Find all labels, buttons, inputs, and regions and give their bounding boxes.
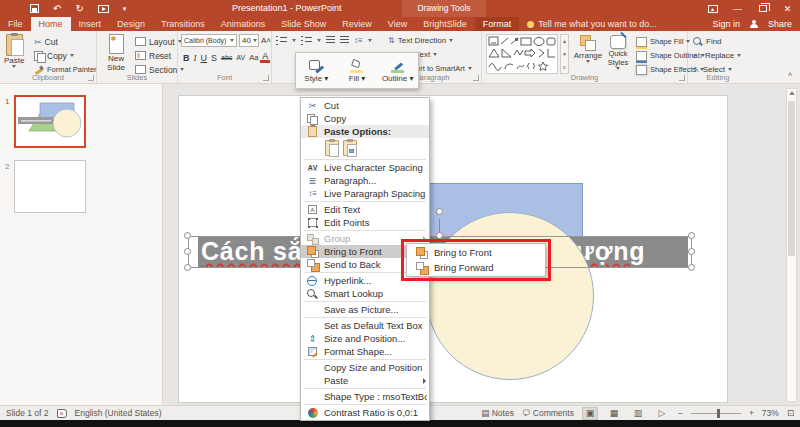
bold-button[interactable]: B [181,53,192,63]
reset-button[interactable]: Reset [135,49,171,62]
language-indicator[interactable]: English (United States) [75,408,162,418]
paste-keep-formatting-icon[interactable] [325,140,339,156]
replace-button[interactable]: abReplace [693,49,741,62]
save-icon[interactable] [30,4,39,13]
tab-animations[interactable]: Animations [213,17,274,31]
menu-item-size-and-position[interactable]: ⇕Size and Position... [301,332,429,345]
quick-styles-button[interactable]: Quick Styles [604,35,632,70]
share-button[interactable]: Share [768,19,792,29]
cut-button[interactable]: ✂Cut [34,35,58,48]
font-size-combo[interactable]: 40 [239,34,259,47]
zoom-out-button[interactable]: − [678,408,683,418]
menu-item-copy[interactable]: Copy [301,112,429,125]
shape-fill-button[interactable]: Shape Fill [636,35,690,48]
menu-item-format-shape[interactable]: Format Shape... [301,345,429,358]
close-button[interactable]: ✕ [775,0,800,17]
arrange-button[interactable]: Arrange [574,35,602,63]
paste-button[interactable]: Paste [4,34,24,68]
f_it-to-window-icon[interactable]: ⊡ [787,408,794,418]
slide-1-thumbnail[interactable] [14,95,86,148]
italic-button[interactable]: I [192,53,199,63]
comments-button[interactable]: 🗩 Comments [522,408,574,418]
redo-icon[interactable]: ↻ [75,3,83,15]
font-dialog-launcher[interactable] [263,75,269,81]
menu-item-cut[interactable]: ✂Cut [301,99,429,112]
menu-item-shape-type[interactable]: Shape Type : msoTextBox [301,390,429,403]
menu-item-edit-text[interactable]: AEdit Text [301,203,429,216]
line-spacing-icon[interactable]: ↕≡ [354,36,363,45]
rotate-handle[interactable] [436,208,443,215]
tab-transitions[interactable]: Transitions [153,17,213,31]
selection-handle-bottom-left[interactable] [184,264,191,271]
restore-button[interactable] [750,0,775,17]
collapse-ribbon-icon[interactable]: ˄ [786,71,794,79]
zoom-in-button[interactable]: + [749,408,754,418]
fill-button[interactable]: Fill ▾ [337,53,378,88]
text-shadow-button[interactable]: S [209,53,219,63]
normal-view-button[interactable]: ▣ [582,407,598,420]
selection-handle-bottom-right[interactable] [688,264,695,271]
shapes-gallery[interactable] [486,34,558,74]
selection-handle-mid-left[interactable] [184,248,191,255]
selection-handle-top-right[interactable] [688,232,695,239]
menu-item-copy-size-position[interactable]: Copy Size and Position [301,361,429,374]
bullets-icon[interactable] [276,36,287,45]
selection-handle-top-left[interactable] [184,232,191,239]
zoom-slider[interactable] [691,413,741,414]
tab-file[interactable]: File [0,17,31,31]
new-slide-button[interactable]: New Slide [101,34,131,72]
spellcheck-icon[interactable]: × [57,409,67,418]
copy-button[interactable]: Copy [34,49,74,62]
decrease-indent-icon[interactable] [326,36,335,45]
menu-item-live-character-spacing[interactable]: A̲V̲Live Character Spacing [301,161,429,174]
increase-indent-icon[interactable] [340,36,349,45]
outline-button[interactable]: Outline ▾ [377,53,418,88]
menu-item-live-paragraph-spacing[interactable]: ↕≡Live Paragraph Spacing [301,187,429,200]
clipboard-dialog-launcher[interactable] [88,75,94,81]
menu-item-paste[interactable]: Paste [301,374,429,387]
undo-icon[interactable]: ↶ [53,3,61,15]
menu-item-paragraph[interactable]: ≣Paragraph... [301,174,429,187]
style-button[interactable]: Style ▾ [296,53,337,88]
tab-brightslide[interactable]: BrightSlide [415,17,475,31]
ribbon-display-options-button[interactable]: ▴ [700,0,725,17]
start-slideshow-icon[interactable] [98,5,109,13]
font-color-button[interactable]: A [260,52,270,63]
slideshow-view-button[interactable]: ▷ [654,407,670,420]
zoom-slider-thumb[interactable] [717,409,720,418]
shapes-gallery-scroll[interactable]: ▲▼≡ [560,34,569,74]
find-button[interactable]: Find [693,35,722,48]
tab-format[interactable]: Format [475,17,520,31]
underline-button[interactable]: U [199,53,210,63]
scrollbar-up-icon[interactable] [789,91,795,95]
scrollbar-thumb[interactable] [788,101,795,256]
sign-in-link[interactable]: Sign in [712,19,740,29]
strikethrough-button[interactable]: abc [219,54,234,61]
tell-me-box[interactable]: Tell me what you want to do... [519,17,665,31]
menu-item-contrast-ratio[interactable]: Contrast Ratio is 0,0:1 [301,406,429,419]
customize-qat-icon[interactable]: ▾ [123,3,127,15]
menu-item-smart-lookup[interactable]: Smart Lookup [301,287,429,300]
paste-picture-icon[interactable] [343,140,357,156]
change-case-button[interactable]: Aa [247,53,260,62]
selection-handle-mid-right[interactable] [688,248,695,255]
menu-item-edit-points[interactable]: Edit Points [301,216,429,229]
numbering-icon[interactable] [301,36,312,45]
minimize-button[interactable]: — [725,0,750,17]
menu-item-set-default-textbox[interactable]: Set as Default Text Box [301,319,429,332]
text-direction-button[interactable]: ⇅Text Direction [388,34,453,47]
increase-font-icon[interactable]: A˄ [261,36,271,45]
zoom-level[interactable]: 73% [762,408,779,418]
menu-item-save-as-picture[interactable]: Save as Picture... [301,303,429,316]
drawing-dialog-launcher[interactable] [679,75,685,81]
layout-button[interactable]: Layout [135,35,182,48]
selection-handle-top-mid[interactable] [436,232,443,239]
tab-slideshow[interactable]: Slide Show [273,17,334,31]
slide-sorter-view-button[interactable]: ▦ [606,407,622,420]
character-spacing-button[interactable]: AV [234,54,247,61]
paragraph-dialog-launcher[interactable] [473,75,479,81]
tab-insert[interactable]: Insert [71,17,110,31]
slide-2-thumbnail[interactable] [14,160,86,213]
tab-review[interactable]: Review [334,17,380,31]
tab-view[interactable]: View [380,17,415,31]
